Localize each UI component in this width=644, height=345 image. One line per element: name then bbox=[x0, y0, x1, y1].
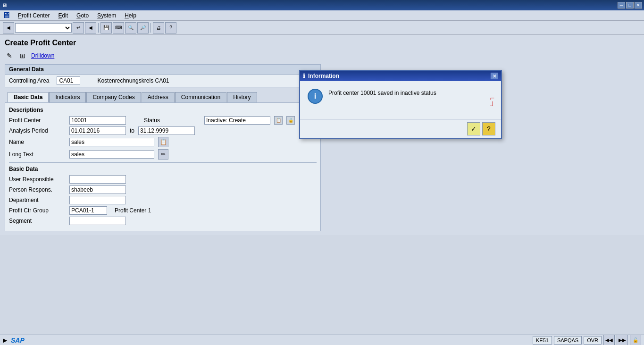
shortcut-button[interactable]: ⌨ bbox=[113, 22, 124, 34]
pencil-icon: ✎ bbox=[5, 51, 14, 60]
close-button[interactable]: ✕ bbox=[635, 2, 642, 8]
dialog-footer: ✓ ? bbox=[300, 119, 501, 138]
controlling-area-desc: Kostenrechnungskreis CA01 bbox=[97, 77, 169, 84]
nav-back-button[interactable]: ◀ bbox=[85, 22, 96, 34]
tab-history[interactable]: History bbox=[227, 92, 257, 102]
status-play-icon: ▶ bbox=[3, 337, 7, 344]
segment-input[interactable] bbox=[69, 217, 126, 225]
person-respons-label: Person Respons. bbox=[9, 186, 66, 193]
long-text-input[interactable] bbox=[69, 150, 154, 159]
tab-communication[interactable]: Communication bbox=[175, 92, 226, 102]
nav-prev-button[interactable]: ◀◀ bbox=[603, 335, 615, 345]
information-dialog: ℹ Information ✕ i Profit center 10001 sa… bbox=[299, 70, 502, 139]
user-responsible-input[interactable] bbox=[69, 175, 126, 184]
print-button[interactable]: 🖨 bbox=[153, 22, 164, 34]
dialog-body: i Profit center 10001 saved in inactive … bbox=[300, 81, 501, 119]
restore-button[interactable]: □ bbox=[626, 2, 634, 8]
menu-system[interactable]: System bbox=[93, 11, 120, 20]
status-bar: ▶ SAP KE51 SAPQAS OVR ◀◀ ▶▶ 🔓 bbox=[0, 335, 644, 345]
form-section: Descriptions Profit Center Status 📋 🔒 An… bbox=[5, 102, 321, 231]
controlling-area-label: Controlling Area bbox=[9, 77, 49, 84]
status-input[interactable] bbox=[204, 116, 270, 125]
controlling-area-value: CA01 bbox=[57, 76, 80, 85]
tab-indicators[interactable]: Indicators bbox=[49, 92, 86, 102]
dialog-info-icon: ℹ bbox=[303, 73, 305, 79]
save-button[interactable]: 💾 bbox=[100, 22, 112, 34]
separator-2 bbox=[151, 23, 151, 33]
drilldown-link[interactable]: Drilldown bbox=[31, 52, 54, 59]
to-label: to bbox=[130, 127, 134, 134]
status-bar-right: KE51 SAPQAS OVR ◀◀ ▶▶ 🔓 bbox=[533, 335, 641, 345]
app-logo-icon: 🖥 bbox=[2, 10, 10, 20]
tab-address[interactable]: Address bbox=[142, 92, 175, 102]
transaction-code: KE51 bbox=[533, 336, 552, 345]
menu-profit-center[interactable]: Profit Center bbox=[14, 11, 53, 20]
profit-center-input[interactable] bbox=[69, 116, 126, 125]
status-label: Status bbox=[144, 117, 201, 124]
app-icon: 🖥 bbox=[2, 2, 7, 8]
analysis-period-to[interactable] bbox=[138, 126, 195, 135]
nav-next-button[interactable]: ▶▶ bbox=[617, 335, 628, 345]
person-respons-row: Person Respons. bbox=[9, 185, 317, 194]
find-button[interactable]: 🔍 bbox=[125, 22, 136, 34]
profit-ctr-group-input[interactable] bbox=[69, 206, 107, 215]
menu-bar: 🖥 Profit Center Edit Goto System Help bbox=[0, 10, 644, 21]
status-btn-2[interactable]: 🔒 bbox=[286, 116, 295, 125]
controlling-area-row: Controlling Area CA01 Kostenrechnungskre… bbox=[5, 75, 320, 87]
name-label: Name bbox=[9, 139, 66, 145]
page-title: Create Profit Center bbox=[5, 39, 639, 47]
title-bar: 🖥 ─ □ ✕ bbox=[0, 0, 644, 10]
person-respons-input[interactable] bbox=[69, 185, 126, 194]
lock-icon-button[interactable]: 🔓 bbox=[630, 335, 641, 345]
user-responsible-row: User Responsible bbox=[9, 175, 317, 184]
basic-data-title: Basic Data bbox=[9, 166, 317, 172]
general-data-header: General Data bbox=[5, 65, 320, 75]
dialog-help-button[interactable]: ? bbox=[482, 122, 495, 135]
analysis-period-from[interactable] bbox=[69, 126, 126, 135]
name-copy-icon[interactable]: 📋 bbox=[158, 137, 168, 147]
form-divider bbox=[9, 162, 317, 163]
dialog-message: Profit center 10001 saved in inactive st… bbox=[328, 89, 493, 97]
analysis-period-row: Analysis Period to bbox=[9, 126, 317, 135]
segment-row: Segment bbox=[9, 217, 317, 225]
profit-center-row: Profit Center Status 📋 🔒 bbox=[9, 116, 317, 125]
menu-goto[interactable]: Goto bbox=[73, 11, 92, 20]
dialog-titlebar: ℹ Information ✕ bbox=[300, 71, 501, 81]
status-bar-left: ▶ SAP bbox=[3, 337, 25, 344]
tab-basic-data[interactable]: Basic Data bbox=[8, 92, 49, 102]
command-field[interactable] bbox=[15, 23, 72, 33]
user-responsible-label: User Responsible bbox=[9, 176, 66, 183]
department-input[interactable] bbox=[69, 196, 126, 204]
system-name: SAPQAS bbox=[554, 336, 582, 345]
dialog-confirm-button[interactable]: ✓ bbox=[467, 122, 480, 135]
help-button[interactable]: ? bbox=[165, 22, 176, 34]
toolbar: ◀ ↵ ◀ 💾 ⌨ 🔍 🔎 🖨 ? bbox=[0, 21, 644, 35]
descriptions-title: Descriptions bbox=[9, 107, 317, 113]
profit-center-label: Profit Center bbox=[9, 117, 66, 124]
enter-button[interactable]: ↵ bbox=[73, 22, 84, 34]
menu-edit[interactable]: Edit bbox=[54, 11, 72, 20]
long-text-edit-icon[interactable]: ✏ bbox=[158, 149, 168, 160]
department-row: Department bbox=[9, 196, 317, 204]
title-bar-left: 🖥 bbox=[2, 2, 7, 8]
segment-label: Segment bbox=[9, 218, 66, 224]
menu-help[interactable]: Help bbox=[121, 11, 140, 20]
long-text-row: Long Text ✏ bbox=[9, 149, 317, 160]
title-bar-controls[interactable]: ─ □ ✕ bbox=[618, 2, 642, 8]
dialog-icon: i bbox=[308, 89, 323, 104]
tab-company-codes[interactable]: Company Codes bbox=[86, 92, 141, 102]
input-mode: OVR bbox=[584, 336, 602, 345]
back-button[interactable]: ◀ bbox=[3, 22, 14, 34]
dialog-title-left: ℹ Information bbox=[303, 73, 339, 79]
drilldown-icon[interactable]: ⊞ bbox=[18, 51, 27, 60]
find-next-button[interactable]: 🔎 bbox=[137, 22, 149, 34]
dialog-icon-label: i bbox=[314, 92, 316, 101]
dialog-corner-marker: ⌐┘ bbox=[490, 94, 495, 109]
dialog-title: Information bbox=[308, 73, 339, 79]
dialog-close-button[interactable]: ✕ bbox=[491, 73, 498, 79]
department-label: Department bbox=[9, 197, 66, 203]
minimize-button[interactable]: ─ bbox=[618, 2, 625, 8]
profit-ctr-group-label: Profit Ctr Group bbox=[9, 207, 66, 214]
name-input[interactable] bbox=[69, 138, 154, 146]
status-btn-1[interactable]: 📋 bbox=[274, 116, 283, 125]
